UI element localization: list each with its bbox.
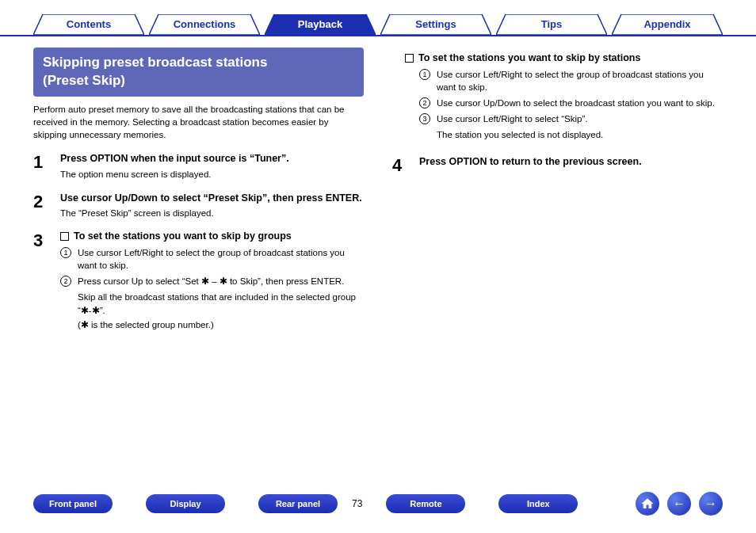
prev-page-button[interactable]: ← [667,492,691,516]
nav-icons: ← → [636,492,723,516]
substep-item: 1 Use cursor Left/Right to select the gr… [60,246,364,272]
footer-btn-rear-panel[interactable]: Rear panel [258,494,338,513]
step-number: 1 [33,152,49,179]
tab-connections[interactable]: Connections [149,14,260,35]
tab-label: Contents [67,18,111,30]
tab-label: Connections [174,18,236,30]
home-button[interactable] [636,492,659,516]
circle-num-icon: 2 [419,97,430,109]
circle-num-icon: 3 [419,113,430,124]
step-4: 4 Press OPTION to return to the previous… [392,155,723,176]
tab-label: Settings [415,18,456,30]
substep-text: Press cursor Up to select “Set ✱ – ✱ to … [78,275,344,287]
footer-btn-remote[interactable]: Remote [386,494,465,513]
subhead-stations: To set the stations you want to skip by … [405,52,723,63]
arrow-left-icon: ← [673,497,685,511]
step-2: 2 Use cursor Up/Down to select “Preset S… [33,192,364,219]
footer-btn-display[interactable]: Display [146,494,225,513]
substep-note: The station you selected is not displaye… [437,128,723,141]
circle-num-icon: 1 [60,247,71,258]
intro-text: Perform auto preset memory to save all t… [33,103,364,141]
substep-list: 1 Use cursor Left/Right to select the gr… [60,246,364,287]
circle-num-icon: 2 [60,276,71,287]
subhead-text: To set the stations you want to skip by … [418,52,640,63]
tab-settings[interactable]: Settings [380,14,491,35]
step-title: Use cursor Up/Down to select “Preset Ski… [60,192,364,206]
step-number: 3 [33,230,49,331]
left-column: Skipping preset broadcast stations (Pres… [33,48,364,344]
tab-playback[interactable]: Playback [265,14,376,35]
home-icon [640,497,655,511]
subhead-text: To set the stations you want to skip by … [74,230,292,242]
footer-btn-front-panel[interactable]: Front panel [33,494,113,513]
page-number: 73 [352,498,362,509]
tab-contents[interactable]: Contents [33,14,144,35]
checkbox-icon [60,232,69,241]
substep-item: 1 Use cursor Left/Right to select the gr… [419,68,723,93]
step-desc: The option menu screen is displayed. [60,169,364,179]
step-3: 3 To set the stations you want to skip b… [33,230,364,331]
substep-text: Use cursor Up/Down to select the broadca… [437,97,715,109]
step-title: Press OPTION to return to the previous s… [419,155,723,169]
substep-list: 1 Use cursor Left/Right to select the gr… [419,68,723,125]
page-body: Skipping preset broadcast stations (Pres… [0,36,756,344]
tab-tips[interactable]: Tips [496,14,607,35]
substep-text: Use cursor Left/Right to select the grou… [78,246,364,272]
section-title: Skipping preset broadcast stations (Pres… [33,48,364,97]
next-page-button[interactable]: → [699,492,723,516]
tab-label: Playback [298,18,342,30]
step-desc: The “Preset Skip” screen is displayed. [60,208,364,218]
substep-item: 2 Press cursor Up to select “Set ✱ – ✱ t… [60,275,364,287]
bottom-bar: Front panel Display Rear panel 73 Remote… [0,492,756,516]
top-tab-nav: Contents Connections Playback Settings T… [0,0,756,36]
footer-btn-index[interactable]: Index [498,494,578,513]
tab-label: Tips [541,18,563,30]
right-column: To set the stations you want to skip by … [392,48,723,344]
substep-item: 3 Use cursor Left/Right to select “Skip”… [419,112,723,125]
arrow-right-icon: → [704,497,717,511]
step-number: 4 [392,155,408,176]
tab-appendix[interactable]: Appendix [612,14,723,35]
title-line1: Skipping preset broadcast stations [43,55,267,70]
tab-label: Appendix [643,18,690,30]
step-title: Press OPTION when the input source is “T… [60,152,364,166]
substep-note: (✱ is the selected group number.) [78,318,364,331]
substep-item: 2 Use cursor Up/Down to select the broad… [419,97,723,109]
substep-note: Skip all the broadcast stations that are… [78,291,364,316]
checkbox-icon [405,54,414,63]
step-number: 2 [33,192,49,219]
title-line2: (Preset Skip) [43,73,125,88]
subhead-groups: To set the stations you want to skip by … [60,230,364,242]
substep-text: Use cursor Left/Right to select the grou… [437,68,723,93]
circle-num-icon: 1 [419,69,430,80]
substep-text: Use cursor Left/Right to select “Skip”. [437,112,587,125]
step-1: 1 Press OPTION when the input source is … [33,152,364,179]
